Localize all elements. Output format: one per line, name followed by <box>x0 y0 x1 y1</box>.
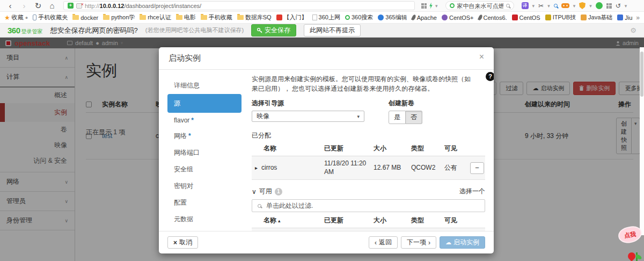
security-shield-icon[interactable] <box>579 2 586 9</box>
help-icon[interactable]: ? <box>486 72 494 81</box>
scissors-dropdown-icon[interactable]: ▾ <box>547 3 550 9</box>
undo-icon[interactable]: ↺ <box>616 2 621 10</box>
screenshot-scissors-icon[interactable]: ✂ <box>538 2 544 10</box>
required-asterisk: * <box>188 132 191 140</box>
apps-grid-icon[interactable] <box>606 3 612 9</box>
wizard-step-details[interactable]: 详细信息 <box>167 77 247 94</box>
dismiss-site-button[interactable]: 此网站不再提示 <box>304 24 361 37</box>
volume-no-button[interactable]: 否 <box>406 111 422 124</box>
favicon <box>581 15 587 20</box>
column-updated: 已更新 <box>324 144 374 153</box>
bookmark-item[interactable]: rhce认证 <box>140 13 171 21</box>
remove-image-button[interactable]: − <box>470 162 484 174</box>
folder-icon <box>201 15 207 20</box>
available-count-badge: 1 <box>275 188 282 195</box>
find-icon[interactable] <box>554 4 558 8</box>
wechat-icon[interactable] <box>596 2 603 9</box>
games-dropdown-icon[interactable]: ▾ <box>573 3 576 9</box>
scrollbar-thumb[interactable] <box>640 52 643 97</box>
home-button[interactable]: ⌂ <box>46 1 58 11</box>
search-icon[interactable] <box>506 4 510 8</box>
chevron-right-icon: › <box>428 239 430 247</box>
modal-footer: ×取消 ‹返回 下一项› ☁启动实例 <box>159 231 494 253</box>
boot-source-select[interactable]: 映像 ▾ <box>252 111 364 122</box>
search-engine-360-icon[interactable] <box>450 3 455 8</box>
favicon <box>378 15 384 20</box>
settings-gear-icon[interactable]: ⚙ <box>630 26 636 34</box>
bookmark-item[interactable]: CentOS+ <box>442 15 474 21</box>
available-filter-input[interactable] <box>266 202 485 209</box>
bookmark-item[interactable]: docker <box>72 15 98 21</box>
wizard-step-keypair[interactable]: 密钥对 <box>167 178 247 194</box>
forward-button[interactable]: › <box>18 1 30 11</box>
bookmark-item[interactable]: ITPUB技 <box>545 13 576 21</box>
bookmarks-overflow-button[interactable]: » <box>633 14 640 21</box>
favorites-menu[interactable]: ★收藏● <box>4 13 28 21</box>
address-bar[interactable]: + http://10.0.0.12/dashboard/project/ins… <box>63 1 415 10</box>
column-visibility: 可见 <box>444 216 467 225</box>
launch-instance-modal: 启动实例 × 详细信息 源 flavor* 网络* 网络端口 安全组 密钥对 配… <box>159 47 494 253</box>
wizard-step-source[interactable]: 源 <box>167 94 241 113</box>
wizard-step-ports[interactable]: 网络端口 <box>167 144 247 161</box>
games-gamepad-icon[interactable] <box>561 3 569 9</box>
speed-mode-icon[interactable] <box>429 3 433 9</box>
source-step-content: ? 实例源是用来创建实例的模板。您可以使用现有的实例、映像或卷的快照（如果已启用… <box>247 70 494 231</box>
bookmark-item[interactable]: 360搜索 <box>345 13 373 21</box>
bookmark-item[interactable]: Apache <box>412 15 437 21</box>
bookmark-item[interactable]: 365编辑 <box>378 13 407 21</box>
browser-search-input[interactable] <box>457 3 503 9</box>
undo-dropdown-icon[interactable]: ▾ <box>625 3 627 9</box>
extensions-grid-icon[interactable] <box>421 3 427 9</box>
modal-header: 启动实例 × <box>159 47 494 70</box>
bookmark-item[interactable]: 360上网 <box>312 13 340 21</box>
mode-dropdown-icon[interactable]: ▾ <box>435 3 438 9</box>
insecure-lock-icon <box>76 3 82 9</box>
expand-icon[interactable]: ▸ <box>255 164 258 171</box>
favicon <box>617 15 623 20</box>
feather-icon <box>477 14 482 21</box>
wizard-step-flavor[interactable]: flavor* <box>167 113 247 128</box>
modal-title: 启动实例 <box>169 53 201 63</box>
chevron-left-icon: ‹ <box>375 239 377 247</box>
translate-icon[interactable]: 译 <box>522 2 529 9</box>
bookmark-item[interactable]: CentOS <box>512 15 540 21</box>
password-save-bar: 360 登录管家 想安全保存此网页的密码吗? (若您使用网吧等公共电脑不建议保存… <box>0 24 644 38</box>
back-button[interactable]: ‹ <box>4 1 16 11</box>
bookmark-item[interactable]: 手机收藏 <box>201 13 232 21</box>
bookmark-item[interactable]: 数据库SQ <box>237 13 272 21</box>
bookmark-item[interactable]: 【入门】 <box>276 13 308 21</box>
site-safety-shield-icon[interactable]: + <box>68 3 74 9</box>
translate-dropdown-icon[interactable]: ▾ <box>532 3 535 9</box>
bookmark-item[interactable]: Java基础 <box>581 13 612 21</box>
wizard-step-networks[interactable]: 网络* <box>167 128 247 144</box>
wizard-step-security-groups[interactable]: 安全组 <box>167 161 247 178</box>
available-filter[interactable] <box>252 199 485 212</box>
promo-sticker[interactable]: 点我 <box>615 227 643 261</box>
wizard-step-configuration[interactable]: 配置 <box>167 194 247 211</box>
bookmark-item[interactable]: 手机收藏夹 <box>33 13 68 21</box>
back-step-button[interactable]: ‹返回 <box>369 236 398 249</box>
shield-dropdown-icon[interactable]: ▾ <box>589 3 592 9</box>
click-me-bubble[interactable]: 点我 <box>618 226 641 243</box>
page-icon <box>312 15 317 20</box>
close-icon[interactable]: × <box>479 53 484 63</box>
wizard-step-metadata[interactable]: 元数据 <box>167 211 247 228</box>
cancel-button[interactable]: ×取消 <box>167 236 198 249</box>
refresh-button[interactable]: ↻ <box>32 1 44 11</box>
collapse-icon[interactable]: ∨ <box>252 188 257 195</box>
column-size: 大小 <box>374 144 411 153</box>
phone-icon <box>33 15 36 20</box>
bookmark-item[interactable]: Centos6. <box>479 15 507 21</box>
bookmark-item[interactable]: 电影 <box>176 13 196 21</box>
launch-button[interactable]: ☁启动实例 <box>440 236 485 249</box>
volume-yes-button[interactable]: 是 <box>389 111 406 124</box>
browser-search-box[interactable] <box>445 1 514 10</box>
next-step-button[interactable]: 下一项› <box>401 236 436 249</box>
bookmark-item[interactable]: python学 <box>103 13 135 21</box>
folder-icon <box>103 15 109 20</box>
save-password-button[interactable]: 安全保存 <box>251 24 296 37</box>
column-name-sortable[interactable]: 名称▴ <box>252 216 324 225</box>
bookmark-item[interactable]: Jiumo E <box>617 15 633 21</box>
sort-asc-icon: ▴ <box>278 218 281 223</box>
scrollbar[interactable] <box>640 47 644 235</box>
